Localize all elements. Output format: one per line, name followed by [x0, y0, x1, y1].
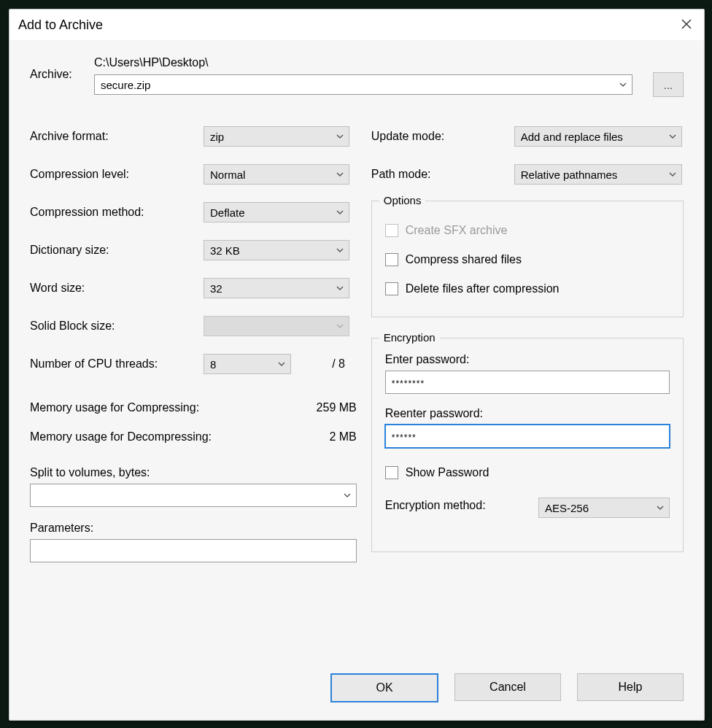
encryption-group: Encryption Enter password: Reenter passw… — [371, 338, 684, 552]
titlebar: Add to Archive — [9, 9, 704, 41]
chevron-down-icon — [336, 246, 344, 255]
browse-button[interactable]: ... — [653, 72, 684, 97]
cpu-threads-max: / 8 — [297, 357, 345, 371]
chevron-down-icon — [336, 284, 344, 293]
compression-level-combo[interactable]: Normal — [204, 164, 349, 185]
cpu-threads-combo[interactable]: 8 — [204, 354, 291, 374]
chevron-down-icon — [336, 208, 344, 217]
create-sfx-checkbox: Create SFX archive — [385, 216, 670, 245]
compression-level-label: Compression level: — [30, 168, 204, 181]
enter-password-label: Enter password: — [385, 353, 670, 366]
archive-path: C:\Users\HP\Desktop\ — [94, 56, 684, 69]
chevron-down-icon — [336, 170, 344, 179]
encryption-method-label: Encryption method: — [385, 499, 538, 512]
update-mode-combo[interactable]: Add and replace files — [514, 126, 682, 147]
reenter-password-input[interactable] — [385, 425, 670, 448]
solid-block-size-combo — [204, 316, 349, 336]
close-button[interactable] — [669, 9, 704, 40]
show-password-checkbox[interactable]: Show Password — [385, 458, 670, 487]
encryption-method-combo[interactable]: AES-256 — [538, 497, 670, 518]
split-volumes-label: Split to volumes, bytes: — [30, 466, 357, 479]
checkbox-icon — [385, 282, 398, 295]
chevron-down-icon — [668, 132, 677, 141]
split-volumes-combo[interactable] — [30, 484, 357, 507]
encryption-legend: Encryption — [379, 331, 440, 344]
add-to-archive-dialog: Add to Archive Archive: C:\Users\HP\Desk… — [9, 9, 705, 721]
archive-filename: secure.zip — [101, 79, 150, 91]
checkbox-icon — [385, 466, 398, 479]
path-mode-label: Path mode: — [371, 168, 514, 181]
solid-block-size-label: Solid Block size: — [30, 320, 204, 333]
dialog-body: Archive: C:\Users\HP\Desktop\ secure.zip… — [9, 40, 704, 720]
update-mode-label: Update mode: — [371, 130, 514, 143]
chevron-down-icon — [668, 170, 677, 179]
chevron-down-icon — [343, 491, 352, 500]
compress-shared-checkbox[interactable]: Compress shared files — [385, 245, 670, 274]
checkbox-icon — [385, 253, 398, 266]
mem-compress-value: 259 MB — [298, 401, 357, 414]
dictionary-size-combo[interactable]: 32 KB — [204, 240, 349, 260]
cpu-threads-label: Number of CPU threads: — [30, 357, 204, 371]
chevron-down-icon — [277, 360, 286, 368]
dialog-buttons: OK Cancel Help — [330, 673, 684, 702]
checkbox-icon — [385, 224, 398, 237]
chevron-down-icon — [336, 322, 344, 330]
archive-format-label: Archive format: — [30, 130, 204, 143]
ok-button[interactable]: OK — [330, 673, 438, 702]
dictionary-size-label: Dictionary size: — [30, 244, 204, 257]
archive-label: Archive: — [30, 56, 94, 81]
mem-compress-label: Memory usage for Compressing: — [30, 401, 298, 414]
archive-filename-combo[interactable]: secure.zip — [94, 74, 632, 95]
archive-format-combo[interactable]: zip — [204, 126, 349, 147]
chevron-down-icon — [619, 80, 627, 89]
compression-method-combo[interactable]: Deflate — [204, 202, 349, 222]
close-icon — [681, 19, 692, 31]
mem-decompress-value: 2 MB — [298, 430, 357, 444]
cancel-button[interactable]: Cancel — [454, 673, 561, 701]
delete-after-checkbox[interactable]: Delete files after compression — [385, 274, 670, 303]
mem-decompress-label: Memory usage for Decompressing: — [30, 430, 298, 444]
help-button[interactable]: Help — [577, 673, 684, 701]
parameters-label: Parameters: — [30, 522, 357, 535]
chevron-down-icon — [336, 132, 344, 141]
chevron-down-icon — [656, 503, 665, 512]
word-size-label: Word size: — [30, 282, 204, 295]
options-group: Options Create SFX archive Compress shar… — [371, 201, 684, 317]
reenter-password-label: Reenter password: — [385, 407, 670, 420]
path-mode-combo[interactable]: Relative pathnames — [514, 164, 682, 185]
word-size-combo[interactable]: 32 — [204, 278, 349, 298]
compression-method-label: Compression method: — [30, 206, 204, 219]
dialog-title: Add to Archive — [9, 18, 103, 33]
enter-password-input[interactable] — [385, 371, 670, 394]
options-legend: Options — [379, 194, 426, 206]
archive-row: Archive: C:\Users\HP\Desktop\ secure.zip… — [30, 56, 684, 97]
parameters-input[interactable] — [30, 539, 357, 562]
